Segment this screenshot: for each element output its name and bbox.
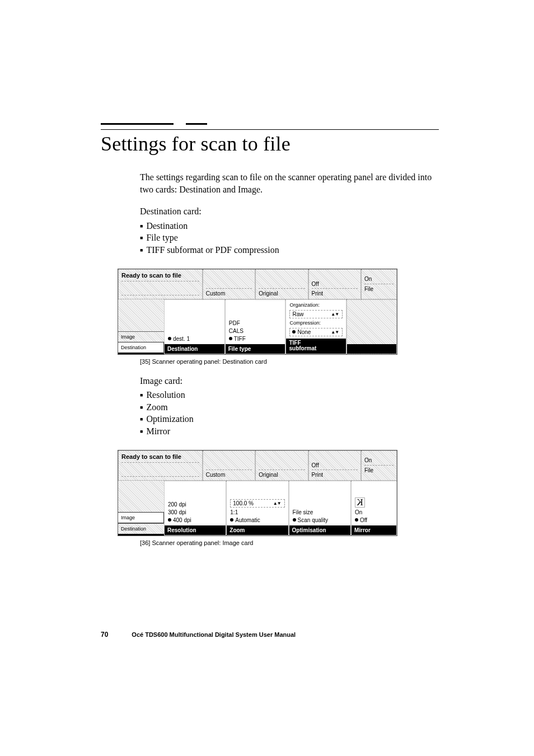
figure-destination-card: Ready to scan to file Custom Original Of… <box>118 269 439 355</box>
radio-icon <box>168 518 171 522</box>
col-zoom: 100.0 %▲▼ 1:1 Automatic Zoom <box>226 481 288 536</box>
image-card-list: Resolution Zoom Optimization Mirror <box>140 389 439 437</box>
panel-status-text: Ready to scan to file <box>121 272 199 279</box>
col-footer-zoom: Zoom <box>227 525 288 535</box>
col-resolution: 200 dpi 300 dpi 400 dpi Resolution <box>164 481 226 536</box>
panel-status-cell: Ready to scan to file <box>118 269 203 299</box>
label-print: Print <box>312 472 358 478</box>
intro-paragraph: The settings regarding scan to file on t… <box>140 171 439 195</box>
radio-icon <box>293 518 296 522</box>
doc-title: Océ TDS600 Multifunctional Digital Syste… <box>132 631 296 638</box>
figure-caption-35: [35] Scanner operating panel: Destinatio… <box>140 358 439 365</box>
label-off: Off <box>312 462 358 468</box>
radio-icon <box>230 518 233 522</box>
heading-rule-1 <box>101 123 174 125</box>
option-mirror-off[interactable]: Off <box>360 517 367 523</box>
page-footer: 70 Océ TDS600 Multifunctional Digital Sy… <box>101 631 296 638</box>
panel-top-original: Original <box>255 269 308 299</box>
option-cals[interactable]: CALS <box>229 328 243 334</box>
option-tiff[interactable]: TIFF <box>234 336 246 342</box>
option-scanquality[interactable]: Scan quality <box>298 517 328 523</box>
option-200dpi[interactable]: 200 dpi <box>168 501 186 508</box>
col-footer-destination: Destination <box>165 344 224 354</box>
option-pdf[interactable]: PDF <box>229 320 240 326</box>
option-automatic[interactable]: Automatic <box>235 517 260 523</box>
col-footer-resolution: Resolution <box>165 525 226 535</box>
input-zoom[interactable]: 100.0 %▲▼ <box>230 499 284 508</box>
col-footer-optimisation: Optimisation <box>289 525 350 535</box>
radio-icon <box>168 337 171 340</box>
panel-status-text: Ready to scan to file <box>121 453 199 460</box>
panel-top-offprint: Off Print <box>308 269 361 299</box>
mirror-k-icon: K <box>355 497 365 508</box>
list-item: Destination <box>140 220 439 232</box>
panel-top-onfile: On File <box>361 269 397 299</box>
page-number: 70 <box>101 631 108 638</box>
tab-image[interactable]: Image <box>118 512 164 523</box>
panel-top-custom: Custom <box>203 269 255 299</box>
radio-icon <box>229 337 232 340</box>
list-item: File type <box>140 232 439 244</box>
label-original: Original <box>259 290 305 297</box>
label-file: File <box>364 467 394 473</box>
label-organization: Organization: <box>289 302 343 308</box>
tab-destination[interactable]: Destination <box>118 342 164 354</box>
spinner-icon: ▲▼ <box>331 330 339 335</box>
label-compression: Compression: <box>289 320 343 326</box>
option-mirror-on[interactable]: On <box>355 509 362 515</box>
col-destination: dest. 1 Destination <box>164 299 225 354</box>
destination-card-list: Destination File type TIFF subformat or … <box>140 220 439 256</box>
label-custom: Custom <box>206 472 252 478</box>
list-item: Resolution <box>140 389 439 401</box>
radio-icon <box>292 330 296 334</box>
figure-caption-36: [36] Scanner operating panel: Image card <box>140 539 439 546</box>
option-400dpi[interactable]: 400 dpi <box>173 517 191 523</box>
list-item: Mirror <box>140 425 439 438</box>
panel-status-cell: Ready to scan to file <box>118 450 203 481</box>
radio-icon <box>355 518 358 522</box>
image-card-title: Image card: <box>140 375 439 387</box>
label-original: Original <box>259 472 305 478</box>
panel-tabs: Image Destination <box>118 481 164 536</box>
figure-image-card: Ready to scan to file Custom Original Of… <box>118 450 439 536</box>
option-filesize[interactable]: File size <box>293 509 313 515</box>
list-item: Optimization <box>140 413 439 425</box>
tab-destination[interactable]: Destination <box>118 523 164 536</box>
list-item: TIFF subformat or PDF compression <box>140 244 439 256</box>
label-file: File <box>364 286 394 292</box>
col-empty <box>346 299 397 354</box>
spinner-icon: ▲▼ <box>331 312 339 317</box>
col-tiff-subformat: Organization: Raw▲▼ Compression: None▲▼ … <box>285 299 346 354</box>
option-1to1[interactable]: 1:1 <box>230 509 238 515</box>
option-300dpi[interactable]: 300 dpi <box>168 509 186 515</box>
col-footer-tiff-subformat: TIFFsubformat <box>286 339 346 354</box>
label-print: Print <box>312 290 358 297</box>
tab-image[interactable]: Image <box>118 331 164 342</box>
label-custom: Custom <box>206 290 252 297</box>
spinner-icon: ▲▼ <box>273 501 281 506</box>
heading-rule-2 <box>186 123 207 125</box>
col-filetype: PDF CALS TIFF File type <box>225 299 286 354</box>
col-footer-empty <box>347 344 396 354</box>
destination-card-title: Destination card: <box>140 205 439 218</box>
col-mirror: K On Off Mirror <box>351 481 397 536</box>
input-organization[interactable]: Raw▲▼ <box>289 310 343 318</box>
page-heading: Settings for scan to file <box>101 129 439 156</box>
col-footer-mirror: Mirror <box>352 525 396 535</box>
label-off: Off <box>312 281 358 287</box>
input-compression[interactable]: None▲▼ <box>289 328 343 336</box>
option-dest1[interactable]: dest. 1 <box>173 336 190 342</box>
list-item: Zoom <box>140 401 439 414</box>
panel-tabs: Image Destination <box>118 299 164 354</box>
label-on: On <box>364 457 394 463</box>
label-on: On <box>364 276 394 282</box>
col-optimisation: File size Scan quality Optimisation <box>289 481 351 536</box>
col-footer-filetype: File type <box>226 344 285 354</box>
